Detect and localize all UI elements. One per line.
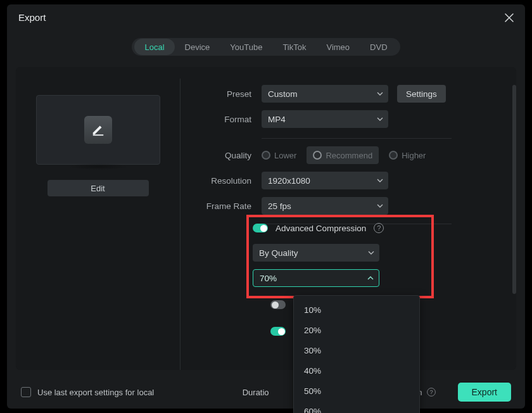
compression-mode-select[interactable]: By Quality — [253, 244, 379, 262]
titlebar: Export — [7, 4, 525, 29]
chevron-down-icon — [377, 179, 383, 182]
compression-percent-value: 70% — [260, 274, 277, 283]
quality-radio-recommend[interactable]: Recommend — [307, 146, 379, 164]
percent-option[interactable]: 50% — [294, 381, 419, 401]
tab-device[interactable]: Device — [175, 39, 220, 55]
extra-toggles — [270, 300, 286, 336]
chevron-down-icon — [377, 204, 383, 208]
adv-header-row: Advanced Compression ? — [253, 219, 430, 238]
compression-mode-value: By Quality — [259, 248, 298, 258]
tab-tiktok[interactable]: TikTok — [272, 39, 316, 55]
use-last-checkbox[interactable] — [21, 387, 31, 397]
scrollbar[interactable] — [512, 85, 516, 294]
percent-option[interactable]: 60% — [294, 401, 419, 413]
tab-vimeo[interactable]: Vimeo — [316, 39, 360, 55]
row-framerate: Frame Rate 25 fps — [200, 193, 491, 219]
resolution-select[interactable]: 1920x1080 — [262, 172, 388, 189]
row-preset: Preset Custom Settings — [200, 81, 491, 106]
framerate-select[interactable]: 25 fps — [262, 197, 388, 215]
extra-toggle-2[interactable] — [270, 327, 286, 336]
compression-percent-select[interactable]: 70% — [253, 269, 379, 287]
percent-option[interactable]: 10% — [294, 300, 419, 320]
help-icon[interactable]: ? — [427, 388, 436, 397]
quality-radio-lower[interactable]: Lower — [262, 151, 296, 160]
dialog-title: Export — [18, 12, 46, 23]
extra-toggle-1[interactable] — [270, 300, 286, 309]
tabs-container: Local Device YouTube TikTok Vimeo DVD — [7, 29, 525, 67]
row-format: Format MP4 — [200, 106, 491, 132]
footer: Use last export settings for local Durat… — [7, 376, 525, 409]
help-icon[interactable]: ? — [374, 223, 384, 233]
settings-button[interactable]: Settings — [397, 85, 446, 103]
row-resolution: Resolution 1920x1080 — [200, 168, 491, 193]
divider — [262, 138, 452, 139]
tab-local[interactable]: Local — [134, 39, 174, 55]
resolution-label: Resolution — [200, 176, 255, 186]
left-pane: Edit — [16, 79, 180, 370]
edit-button[interactable]: Edit — [48, 180, 149, 196]
advanced-compression-toggle[interactable] — [253, 224, 268, 232]
preset-value: Custom — [268, 89, 298, 99]
chevron-up-icon — [367, 276, 374, 280]
svg-rect-0 — [92, 134, 103, 136]
close-icon[interactable] — [505, 13, 514, 22]
percent-option[interactable]: 30% — [294, 340, 419, 360]
quality-radio-higher[interactable]: Higher — [389, 151, 426, 160]
tab-dvd[interactable]: DVD — [360, 39, 397, 55]
export-dialog: Export Local Device YouTube TikTok Vimeo… — [7, 4, 525, 409]
use-last-label: Use last export settings for local — [37, 388, 154, 397]
advanced-compression-block: Advanced Compression ? By Quality 70% — [253, 219, 430, 295]
percent-option[interactable]: 40% — [294, 360, 419, 381]
export-button[interactable]: Export — [458, 383, 511, 402]
thumbnail-shadow — [66, 163, 130, 170]
format-label: Format — [200, 115, 255, 124]
framerate-label: Frame Rate — [200, 201, 255, 211]
export-tabs: Local Device YouTube TikTok Vimeo DVD — [132, 38, 400, 56]
preview-thumbnail[interactable] — [36, 95, 160, 165]
advanced-compression-title: Advanced Compression — [276, 224, 366, 233]
duration-label-partial: Duratio — [243, 388, 269, 397]
framerate-value: 25 fps — [268, 201, 291, 211]
format-value: MP4 — [268, 115, 286, 124]
quality-label: Quality — [200, 151, 255, 160]
format-select[interactable]: MP4 — [262, 110, 388, 128]
chevron-down-icon — [377, 92, 383, 96]
row-quality: Quality Lower Recommend Higher — [200, 143, 491, 168]
chevron-down-icon — [377, 117, 383, 121]
percent-dropdown[interactable]: 10% 20% 30% 40% 50% 60% — [293, 295, 420, 413]
preset-select[interactable]: Custom — [262, 85, 388, 103]
pencil-icon — [84, 116, 112, 144]
preset-label: Preset — [200, 89, 255, 99]
resolution-value: 1920x1080 — [268, 176, 310, 186]
chevron-down-icon — [368, 251, 374, 255]
tab-youtube[interactable]: YouTube — [220, 39, 272, 55]
percent-option[interactable]: 20% — [294, 320, 419, 340]
